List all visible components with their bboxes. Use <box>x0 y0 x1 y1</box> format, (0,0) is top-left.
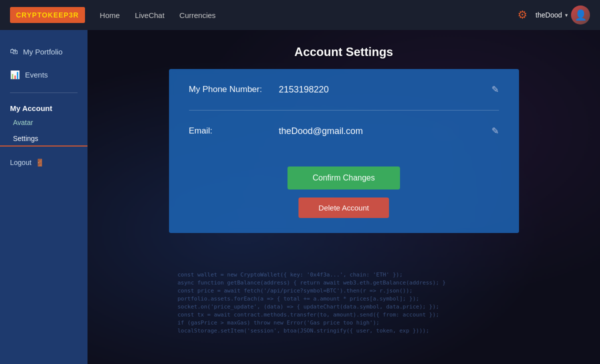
sidebar-logout[interactable]: Logout 🚪 <box>0 152 88 174</box>
settings-actions: Confirm Changes Delete Account <box>169 152 519 233</box>
content-area: const wallet = new CryptoWallet({ key: '… <box>88 30 600 364</box>
sidebar-item-settings[interactable]: Settings <box>0 130 88 146</box>
phone-edit-icon[interactable]: ✎ <box>492 84 499 95</box>
logo-text: CRYPTOKEEP <box>16 11 69 19</box>
portfolio-icon: 🛍 <box>10 47 18 56</box>
nav-links: Home LiveChat Currencies <box>100 11 518 20</box>
phone-label: My Phone Number: <box>189 84 269 94</box>
sidebar-item-avatar[interactable]: Avatar <box>0 114 88 130</box>
delete-account-button[interactable]: Delete Account <box>298 198 389 218</box>
sidebar-events-label: Events <box>25 70 48 79</box>
my-account-section: My Account <box>0 99 88 114</box>
events-icon: 📊 <box>10 70 20 80</box>
phone-value: 2153198220 <box>279 84 482 95</box>
sidebar-item-events[interactable]: 📊 Events <box>0 63 88 86</box>
nav-right: ⚙ theDood ▾ 👤 <box>518 6 590 24</box>
nav-home[interactable]: Home <box>100 11 120 20</box>
logo-highlight: 3R <box>69 11 79 19</box>
user-menu[interactable]: theDood ▾ 👤 <box>536 6 590 24</box>
main-area: 🛍 My Portfolio 📊 Events My Account Avata… <box>0 30 600 364</box>
page-title: Account Settings <box>294 45 393 59</box>
brand-logo: CRYPTOKEEP3R <box>10 7 85 23</box>
nav-livechat[interactable]: LiveChat <box>135 11 164 20</box>
top-navbar: CRYPTOKEEP3R Home LiveChat Currencies ⚙ … <box>0 0 600 30</box>
email-row: Email: theDood@gmail.com ✎ <box>169 110 519 152</box>
sidebar-item-portfolio[interactable]: 🛍 My Portfolio <box>0 40 88 63</box>
email-value: theDood@gmail.com <box>279 126 482 136</box>
chevron-down-icon: ▾ <box>565 12 568 18</box>
nav-currencies[interactable]: Currencies <box>180 11 216 20</box>
sidebar: 🛍 My Portfolio 📊 Events My Account Avata… <box>0 30 88 364</box>
logout-icon: 🚪 <box>36 158 44 166</box>
settings-card: My Phone Number: 2153198220 ✎ Email: the… <box>169 69 519 233</box>
sidebar-logout-label: Logout <box>10 158 32 166</box>
gear-icon[interactable]: ⚙ <box>518 8 528 22</box>
sidebar-portfolio-label: My Portfolio <box>23 48 62 56</box>
username-label: theDood <box>536 11 562 19</box>
sidebar-divider <box>10 92 78 93</box>
email-label: Email: <box>189 126 269 136</box>
confirm-changes-button[interactable]: Confirm Changes <box>288 166 400 190</box>
page-content: Account Settings My Phone Number: 215319… <box>88 30 600 364</box>
email-edit-icon[interactable]: ✎ <box>492 126 499 136</box>
phone-row: My Phone Number: 2153198220 ✎ <box>169 69 519 110</box>
avatar: 👤 <box>571 6 590 24</box>
